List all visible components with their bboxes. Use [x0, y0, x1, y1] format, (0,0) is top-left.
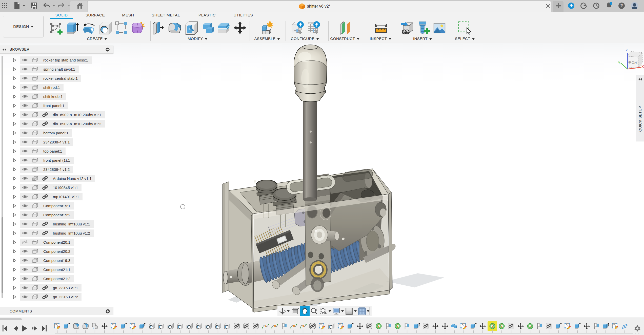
svg-text:?: ? [620, 3, 623, 8]
svg-text:Y: Y [618, 61, 620, 65]
svg-text:X: X [641, 65, 644, 69]
svg-text:Z: Z [626, 48, 628, 52]
